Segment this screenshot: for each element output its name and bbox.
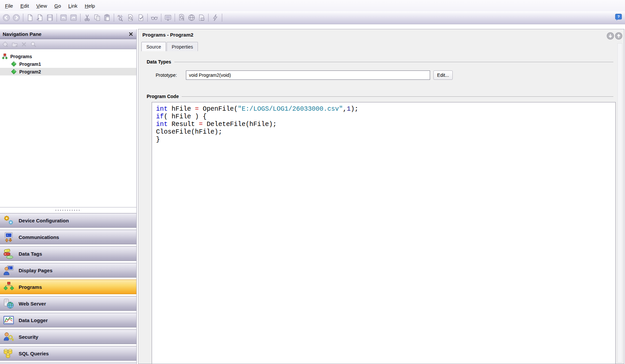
device-configuration-icon <box>3 215 14 226</box>
category-label: Communications <box>19 234 59 240</box>
prototype-input[interactable] <box>186 70 430 80</box>
open-file-icon[interactable] <box>35 13 45 23</box>
prototype-label: Prototype: <box>156 72 177 78</box>
menu-link[interactable]: Link <box>65 1 81 10</box>
toolbar-separator <box>208 14 209 22</box>
category-security[interactable]: Security <box>0 329 137 344</box>
editor-scrollbar[interactable] <box>617 43 622 363</box>
programs-icon <box>3 281 14 293</box>
tree-item-program2[interactable]: Program2 <box>0 68 136 75</box>
category-sql-queries[interactable]: SQL Queries <box>0 346 137 361</box>
toolbar-separator <box>147 14 148 22</box>
new-file-icon[interactable] <box>25 13 35 23</box>
category-label: SQL Queries <box>19 351 49 356</box>
send-page-icon[interactable] <box>197 13 207 23</box>
find-icon[interactable] <box>126 13 136 23</box>
close-icon[interactable] <box>128 31 134 37</box>
watch-icon[interactable] <box>149 13 159 23</box>
tree-item-program1[interactable]: Program1 <box>0 60 136 68</box>
editor-title: Programs - Program2 <box>142 32 193 38</box>
menu-view[interactable]: View <box>33 1 51 10</box>
copy-icon[interactable] <box>92 13 102 23</box>
navigation-tree: ProgramsProgram1Program2 <box>0 49 136 207</box>
menu-help[interactable]: Help <box>81 1 99 10</box>
category-button-stack: Device ConfigurationCommunicationsData T… <box>0 213 136 364</box>
tree-item-label: Programs <box>10 54 32 59</box>
paste-icon[interactable] <box>102 13 112 23</box>
zoom-page-icon[interactable] <box>177 13 187 23</box>
application-window: FileEditViewGoLinkHelp ALL? Navigation P… <box>0 0 625 364</box>
tab-source[interactable]: Source <box>141 42 166 51</box>
redo-icon[interactable] <box>69 13 78 23</box>
menu-file[interactable]: File <box>1 1 17 10</box>
category-label: Web Server <box>19 301 46 306</box>
category-label: Data Logger <box>19 317 48 323</box>
group-divider <box>174 62 613 62</box>
category-data-tags[interactable]: Data Tags <box>0 246 137 261</box>
menu-go[interactable]: Go <box>51 1 65 10</box>
validate-icon[interactable] <box>136 13 146 23</box>
category-device-configuration[interactable]: Device Configuration <box>0 213 137 228</box>
web-server-icon <box>3 298 14 309</box>
code-line: CloseFile(hFile); <box>156 128 611 136</box>
data-tags-icon <box>3 248 14 259</box>
code-line: int Result = DeleteFile(hFile); <box>156 121 611 128</box>
sql-queries-icon <box>3 348 14 359</box>
security-icon <box>3 331 14 342</box>
category-display-pages[interactable]: Display Pages <box>0 263 137 278</box>
code-line: int hFile = OpenFile("E:/LOGS/LOG1/26033… <box>156 105 611 113</box>
search-icon[interactable] <box>30 41 37 48</box>
cut-icon[interactable] <box>82 13 92 23</box>
undo-icon[interactable] <box>59 13 69 23</box>
find-all-icon[interactable]: ALL <box>116 13 126 23</box>
tree-item-programs[interactable]: Programs <box>0 53 136 60</box>
scroll-down-button[interactable] <box>607 32 614 40</box>
svg-text:?: ? <box>617 15 620 19</box>
code-editor[interactable]: int hFile = OpenFile("E:/LOGS/LOG1/26033… <box>152 102 616 364</box>
menu-bar: FileEditViewGoLinkHelp <box>0 0 625 11</box>
help-icon[interactable]: ? <box>615 14 622 21</box>
program-icon <box>11 69 17 74</box>
toolbar-separator <box>57 14 57 22</box>
edit-button[interactable]: Edit... <box>433 70 453 80</box>
category-label: Device Configuration <box>19 218 69 223</box>
toolbar-separator <box>23 14 23 22</box>
nav-back-icon[interactable] <box>1 13 11 23</box>
group-divider <box>182 96 613 97</box>
category-partial[interactable] <box>0 363 137 364</box>
scroll-up-button[interactable] <box>615 32 622 40</box>
menu-edit[interactable]: Edit <box>17 1 33 10</box>
svg-text:ALL: ALL <box>117 15 123 18</box>
navigation-pane-header: Navigation Pane <box>0 29 136 39</box>
prototype-row: Prototype: Edit... <box>138 70 624 80</box>
delete-item-icon[interactable] <box>20 41 28 48</box>
code-line: } <box>156 136 611 144</box>
save-file-icon[interactable] <box>45 13 55 23</box>
category-web-server[interactable]: Web Server <box>0 296 137 311</box>
monitor-icon[interactable] <box>163 13 173 23</box>
data-types-group-title: Data Types <box>147 59 171 64</box>
tree-item-label: Program2 <box>19 69 41 74</box>
navigation-toolbar <box>0 39 136 49</box>
category-label: Security <box>19 334 38 340</box>
data-types-group: Data Types <box>147 59 613 64</box>
tab-properties[interactable]: Properties <box>167 42 198 51</box>
editor-nav-buttons <box>607 32 622 40</box>
navigation-pane: Navigation Pane ProgramsProgram1Program2… <box>0 29 137 364</box>
category-communications[interactable]: Communications <box>0 230 137 244</box>
pane-splitter[interactable] <box>0 207 136 213</box>
add-folder-icon[interactable] <box>11 41 18 48</box>
toolbar-separator <box>80 14 80 22</box>
editor-tab-strip: SourceProperties <box>141 42 199 51</box>
toolbar-separator <box>161 14 161 22</box>
category-programs[interactable]: Programs <box>0 280 137 294</box>
add-item-icon[interactable] <box>2 41 9 48</box>
category-label: Programs <box>19 284 42 290</box>
nav-forward-icon[interactable] <box>11 13 21 23</box>
update-icon[interactable] <box>210 13 220 23</box>
category-data-logger[interactable]: Data Logger <box>0 313 137 327</box>
web-page-icon[interactable] <box>187 13 197 23</box>
toolbar-separator <box>114 14 114 22</box>
main-toolbar: ALL? <box>0 11 625 24</box>
splitter-grip-icon <box>56 210 81 211</box>
